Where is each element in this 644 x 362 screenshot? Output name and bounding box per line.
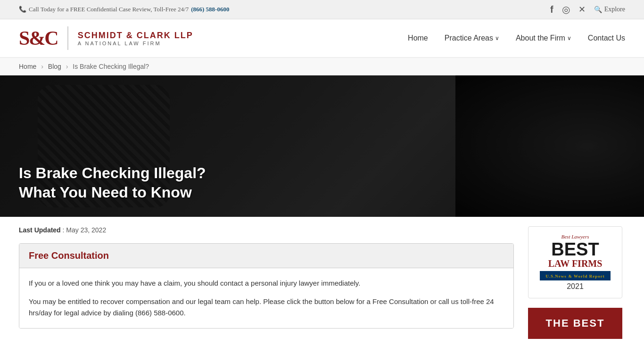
logo-text: SCHMIDT & CLARK LLP A NATIONAL LAW FIRM [78,31,193,46]
search-icon: 🔍 [594,6,602,14]
last-updated-label: Last Updated [19,226,61,234]
breadcrumb-current: Is Brake Checking Illegal? [73,63,149,70]
top-bar: 📞 Call Today for a FREE Confidential Cas… [0,0,644,19]
hero-content: Is Brake Checking Illegal? What You Need… [19,164,206,203]
consultation-body: If you or a loved one think you may have… [19,268,513,328]
badge-usnews: U.S.News & World Report [540,271,611,280]
hero-section: Is Brake Checking Illegal? What You Need… [0,75,644,217]
top-bar-left: 📞 Call Today for a FREE Confidential Cas… [19,6,229,13]
nav-home[interactable]: Home [408,34,428,42]
consultation-p1: If you or a loved one think you may have… [29,278,504,289]
consultation-box: Free Consultation If you or a loved one … [19,243,514,329]
the-best-label: THE BEST [546,317,605,329]
breadcrumb: Home › Blog › Is Brake Checking Illegal? [0,58,644,75]
main-content: Last Updated : May 23, 2022 Free Consult… [0,217,644,348]
logo[interactable]: S&C SCHMIDT & CLARK LLP A NATIONAL LAW F… [19,26,193,50]
best-law-firms-badge: Best Lawyers BEST LAW FIRMS U.S.News & W… [528,226,622,298]
nav-contact-us[interactable]: Contact Us [588,34,625,42]
breadcrumb-home[interactable]: Home [19,63,36,70]
explore-label: Explore [604,6,625,13]
twitter-icon[interactable]: ✕ [578,4,586,15]
last-updated-date: : May 23, 2022 [63,226,107,234]
last-updated: Last Updated : May 23, 2022 [19,226,514,234]
breadcrumb-sep: › [41,63,43,70]
header: S&C SCHMIDT & CLARK LLP A NATIONAL LAW F… [0,19,644,58]
instagram-icon[interactable]: ◎ [562,4,570,15]
world-report-label: & World Report [568,274,604,279]
badge-best-text: BEST [551,240,599,258]
nav-practice-areas[interactable]: Practice Areas ∨ [445,34,499,42]
badge-year: 2021 [567,282,584,291]
consultation-p2: You may be entitled to recover compensat… [29,296,504,319]
phone-icon: 📞 [19,6,26,13]
consultation-title: Free Consultation [29,250,109,261]
hero-title: Is Brake Checking Illegal? What You Need… [19,164,206,203]
chevron-down-icon: ∨ [495,35,499,41]
content-left: Last Updated : May 23, 2022 Free Consult… [19,226,514,338]
logo-name: SCHMIDT & CLARK LLP [78,31,193,41]
logo-initials: S&C [19,28,58,48]
logo-subtitle: A NATIONAL LAW FIRM [78,41,193,46]
nav-about-firm[interactable]: About the Firm ∨ [516,34,571,42]
breadcrumb-sep-2: › [66,63,68,70]
usnews-label: U.S.News [545,274,567,279]
badge-container: Best Lawyers BEST LAW FIRMS U.S.News & W… [528,226,622,298]
call-text: Call Today for a FREE Confidential Case … [29,6,189,13]
consultation-header: Free Consultation [19,244,513,268]
facebook-icon[interactable]: f [550,4,553,15]
phone-number[interactable]: (866) 588-0600 [191,6,229,13]
explore-button[interactable]: 🔍 Explore [594,6,625,14]
badge-law-firms-label: LAW FIRMS [548,258,603,269]
logo-divider [67,26,68,50]
the-best-badge: THE BEST [528,308,622,339]
badge-best-lawyers-label: Best Lawyers [561,234,589,239]
chevron-down-icon: ∨ [567,35,571,41]
top-bar-right: f ◎ ✕ 🔍 Explore [550,4,625,15]
breadcrumb-blog[interactable]: Blog [48,63,61,70]
content-right: Best Lawyers BEST LAW FIRMS U.S.News & W… [528,226,622,339]
main-nav: Home Practice Areas ∨ About the Firm ∨ C… [408,34,625,42]
